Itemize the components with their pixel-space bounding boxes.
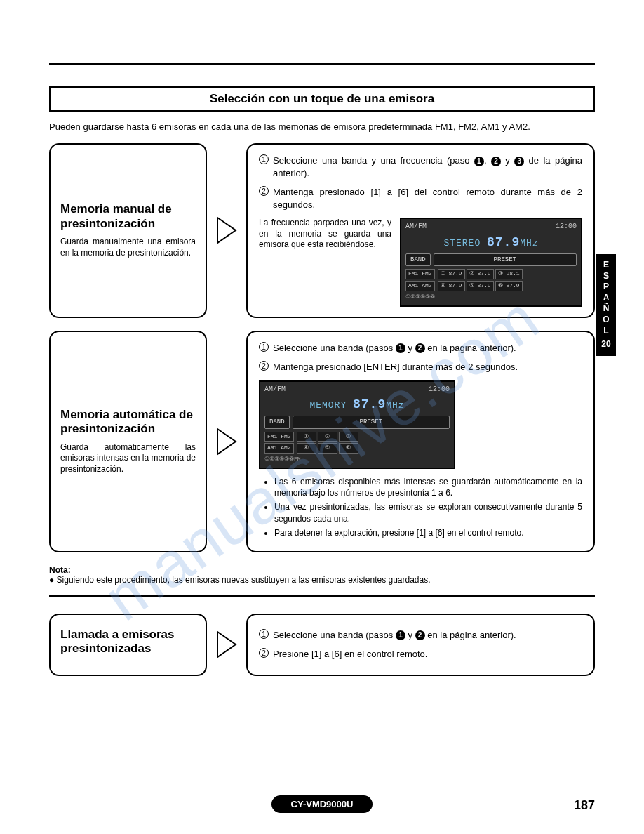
ref-2: 2 bbox=[415, 630, 425, 640]
model-badge: CY-VMD9000U bbox=[271, 795, 373, 813]
lcd-display-2: AM/FM12:00 MEMORY 87.9MHz BAND PRESET FM… bbox=[259, 380, 455, 469]
step-text: Seleccione una banda (pasos 1 y 2 en la … bbox=[273, 342, 516, 355]
lcd-preset-cell: ⑥ bbox=[339, 443, 358, 454]
step-text: Mantenga presionado [ENTER] durante más … bbox=[273, 361, 518, 373]
bullet: Una vez presintonizadas, las emisoras se… bbox=[274, 501, 582, 524]
t: y bbox=[501, 155, 514, 166]
lcd-preset-cell: ① bbox=[297, 432, 316, 442]
svg-marker-2 bbox=[217, 632, 236, 657]
bullet: Para detener la exploración, presione [1… bbox=[274, 527, 582, 538]
triangle-right-icon bbox=[216, 428, 237, 456]
section2-desc: Guarda automáticamente las emisoras inte… bbox=[60, 442, 196, 475]
intro-text: Pueden guardarse hasta 6 emisoras en cad… bbox=[49, 121, 595, 132]
arrow bbox=[214, 331, 239, 552]
step: 2 Mantenga presionado [1] a [6] del cont… bbox=[259, 186, 582, 211]
svg-marker-0 bbox=[217, 218, 236, 243]
lcd-mode: AM/FM bbox=[264, 385, 286, 395]
bullet: Las 6 emisoras disponibles más intensas … bbox=[274, 476, 582, 498]
ref-1: 1 bbox=[396, 630, 405, 640]
ref-2: 2 bbox=[415, 343, 425, 353]
step-number: 1 bbox=[259, 154, 269, 164]
ref-1: 1 bbox=[474, 157, 484, 166]
tab-letter: Ñ bbox=[596, 303, 616, 315]
section3-title: Llamada a emisoras presintonizadas bbox=[60, 628, 196, 656]
lcd-memory: MEMORY bbox=[309, 400, 347, 411]
t: , bbox=[484, 155, 491, 166]
lcd-preset-cell: ② bbox=[318, 432, 337, 442]
lcd-footer: ①②③④⑤⑥FM bbox=[264, 456, 450, 463]
lcd-am: AM1 AM2 bbox=[405, 281, 435, 291]
step-text: Presione [1] a [6] en el control remoto. bbox=[273, 648, 427, 661]
display-row: La frecuencia parpadea una vez, y en la … bbox=[259, 218, 582, 306]
lcd-preset-label: PRESET bbox=[293, 416, 450, 428]
step-text: Seleccione una banda (pasos 1 y 2 en la … bbox=[273, 629, 516, 642]
lcd-preset-cell: ① 87.9 bbox=[438, 269, 465, 279]
section-auto: Memoria automática de presintonización G… bbox=[49, 331, 595, 552]
step-text: Mantenga presionado [1] a [6] del contro… bbox=[273, 186, 582, 211]
t: y bbox=[405, 343, 415, 353]
lcd-preset-cell: ③ bbox=[339, 432, 358, 442]
lcd-unit: MHz bbox=[520, 238, 538, 249]
step-number: 1 bbox=[259, 342, 269, 352]
section1-title: Memoria manual de presintonización bbox=[60, 202, 196, 231]
arrow bbox=[214, 614, 239, 676]
tab-letter: L bbox=[596, 326, 616, 337]
language-tab: E S P A Ñ O L 20 bbox=[596, 254, 616, 356]
lcd-band-label: BAND bbox=[264, 416, 290, 428]
lcd-freq: 87.9 bbox=[353, 397, 386, 411]
step: 2 Presione [1] a [6] en el control remot… bbox=[259, 648, 582, 661]
tab-letter: A bbox=[596, 293, 616, 304]
lcd-preset-label: PRESET bbox=[434, 253, 577, 266]
note-text: Siguiendo este procedimiento, las emisor… bbox=[57, 575, 431, 585]
step-number: 2 bbox=[259, 361, 269, 371]
step-number: 2 bbox=[259, 186, 269, 196]
tab-number: 20 bbox=[596, 339, 616, 350]
t: Seleccione una banda (pasos bbox=[273, 343, 396, 353]
ref-3: 3 bbox=[514, 157, 524, 166]
bullet-list: Las 6 emisoras disponibles más intensas … bbox=[274, 476, 582, 538]
left-box-manual: Memoria manual de presintonización Guard… bbox=[49, 143, 207, 318]
t: y bbox=[405, 630, 415, 640]
tab-letter: O bbox=[596, 315, 616, 326]
lcd-preset-cell: ⑥ 87.9 bbox=[495, 281, 523, 291]
t: en la página anterior). bbox=[425, 630, 516, 640]
lcd-display-1: AM/FM12:00 STEREO 87.9MHz BAND PRESET FM… bbox=[400, 218, 582, 306]
lcd-footer: ①②③④⑤⑥ bbox=[405, 293, 577, 301]
arrow bbox=[214, 143, 239, 318]
section-recall: Llamada a emisoras presintonizadas 1 Sel… bbox=[49, 614, 595, 676]
page-number: 187 bbox=[574, 798, 595, 813]
lcd-freq: 87.9 bbox=[487, 235, 520, 249]
right-box-manual: 1 Seleccione una banda y una frecuencia … bbox=[246, 143, 595, 318]
lcd-mode: AM/FM bbox=[405, 222, 427, 232]
left-box-recall: Llamada a emisoras presintonizadas bbox=[49, 614, 207, 676]
footer: CY-VMD9000U bbox=[0, 795, 644, 813]
left-box-auto: Memoria automática de presintonización G… bbox=[49, 331, 207, 552]
section1-desc: Guarda manualmente una emisora en la mem… bbox=[60, 237, 196, 258]
lcd-clock: 12:00 bbox=[556, 222, 577, 232]
section-manual: Memoria manual de presintonización Guard… bbox=[49, 143, 595, 318]
display-caption: La frecuencia parpadea una vez, y en la … bbox=[259, 218, 391, 251]
lcd-preset-cell: ② 87.9 bbox=[467, 269, 494, 279]
right-box-recall: 1 Seleccione una banda (pasos 1 y 2 en l… bbox=[246, 614, 595, 676]
step: 1 Seleccione una banda (pasos 1 y 2 en l… bbox=[259, 342, 582, 355]
triangle-right-icon bbox=[216, 630, 237, 658]
triangle-right-icon bbox=[216, 216, 237, 244]
note-block: Nota: ● Siguiendo este procedimiento, la… bbox=[49, 565, 595, 585]
lcd-preset-cell: ④ 87.9 bbox=[438, 281, 465, 291]
lcd-preset-cell: ⑤ 87.9 bbox=[467, 281, 494, 291]
lcd-unit: MHz bbox=[386, 400, 404, 411]
lcd-clock: 12:00 bbox=[429, 385, 450, 395]
right-box-auto: 1 Seleccione una banda (pasos 1 y 2 en l… bbox=[246, 331, 595, 552]
tab-letter: E bbox=[596, 260, 616, 271]
top-rule bbox=[49, 63, 595, 65]
t: Seleccione una banda y una frecuencia (p… bbox=[273, 155, 474, 166]
lcd-am: AM1 AM2 bbox=[264, 443, 294, 454]
t: en la página anterior). bbox=[425, 343, 516, 353]
ref-1: 1 bbox=[396, 343, 405, 353]
tab-letter: S bbox=[596, 271, 616, 282]
step: 1 Seleccione una banda y una frecuencia … bbox=[259, 154, 582, 179]
ref-2: 2 bbox=[491, 157, 501, 166]
tab-letter: P bbox=[596, 282, 616, 293]
svg-marker-1 bbox=[217, 429, 236, 454]
divider bbox=[49, 595, 595, 597]
